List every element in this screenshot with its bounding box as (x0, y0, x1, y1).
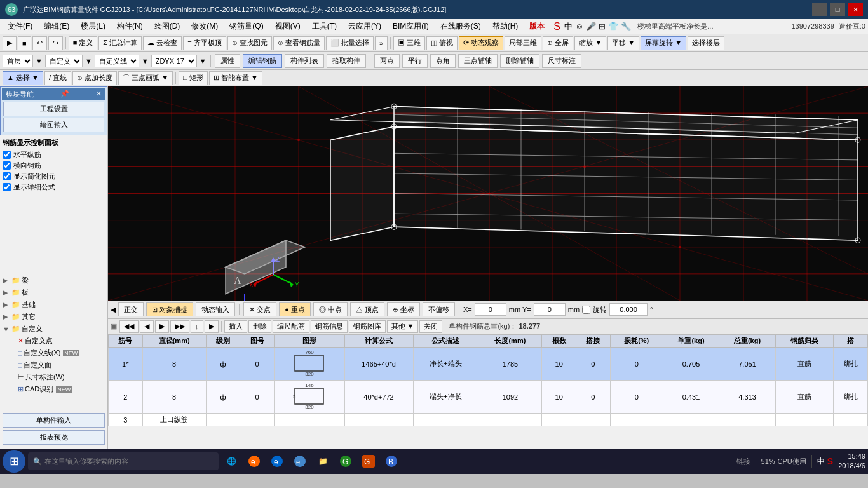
menu-cloud[interactable]: 云应用(Y) (343, 20, 386, 33)
btn-two-points[interactable]: 两点 (374, 54, 400, 68)
btn-vertex[interactable]: △ 顶点 (350, 302, 384, 316)
table-row[interactable]: 2 8 ф 0 146 5 320 (109, 381, 868, 414)
rebar-table-container[interactable]: 筋号 直径(mm) 级别 图号 图形 计算公式 公式描述 长度(mm) 根数 搭… (108, 334, 868, 449)
btn-point-length[interactable]: ⊕ 点加长度 (72, 71, 117, 85)
3d-canvas[interactable]: A (108, 86, 868, 301)
btn-next-rec[interactable]: ▶ (155, 320, 169, 333)
tb-stop[interactable]: ■ (18, 36, 31, 50)
tree-foundation[interactable]: ▶ 📁 基础 (3, 299, 105, 311)
tb-3d[interactable]: ▣ 三维 (393, 36, 425, 50)
menu-edit[interactable]: 编辑(E) (39, 20, 74, 33)
btn-report-preview[interactable]: 报表预览 (3, 430, 105, 445)
taskbar-icon-globe[interactable]: 🌐 (221, 451, 241, 471)
btn-rebar-info[interactable]: 钢筋信息 (311, 320, 348, 333)
btn-component-list[interactable]: 构件列表 (285, 54, 324, 68)
tb-play[interactable]: ▶ (3, 36, 17, 50)
code-select[interactable]: ZDYX-17 (151, 55, 197, 67)
btn-coord[interactable]: ⊕ 坐标 (387, 302, 420, 316)
modpanel-close[interactable]: ✕ (96, 90, 102, 99)
menu-online[interactable]: 在线服务(S) (435, 20, 486, 33)
check-detail-formula[interactable]: 显示详细公式 (3, 182, 105, 192)
tb-pan[interactable]: 平移 ▼ (607, 36, 639, 50)
btn-other[interactable]: 其他 ▼ (387, 320, 419, 333)
taskbar-icon-folder[interactable]: 📁 (313, 451, 333, 471)
btn-first[interactable]: ◀◀ (119, 320, 139, 333)
menu-view[interactable]: 视图(V) (270, 20, 306, 33)
tree-custom-line[interactable]: □ 自定义线(X) NEW (18, 347, 105, 359)
close-button[interactable]: ✕ (848, 3, 863, 16)
tree-other[interactable]: ▶ 📁 其它 (3, 311, 105, 323)
maximize-button[interactable]: □ (830, 3, 845, 16)
check-transverse-input[interactable] (3, 161, 11, 170)
taskbar-icon-browser2[interactable]: e (267, 451, 287, 471)
btn-snap[interactable]: ⊡ 对象捕捉 (146, 302, 193, 316)
btn-close[interactable]: 关闭 (419, 320, 442, 333)
btn-parallel[interactable]: 平行 (402, 54, 428, 68)
menu-floor[interactable]: 楼层(L) (76, 20, 111, 33)
tb-zoom[interactable]: 缩放 ▼ (574, 36, 606, 50)
btn-single-component[interactable]: 单构件输入 (3, 413, 105, 428)
menu-help[interactable]: 帮助(H) (487, 20, 524, 33)
btn-down[interactable]: ↓ (191, 320, 203, 333)
tb-define[interactable]: ■ 定义 (69, 36, 98, 50)
btn-point-angle[interactable]: 点角 (430, 54, 456, 68)
tb-dynamic-obs[interactable]: ⟳ 动态观察 (459, 36, 503, 50)
rotate-check[interactable] (582, 306, 590, 314)
minimize-button[interactable]: ─ (812, 3, 827, 16)
tb-undo[interactable]: ↩ (32, 36, 47, 50)
btn-rect[interactable]: □ 矩形 (179, 71, 208, 85)
tree-custom[interactable]: ▼ 📁 自定义 (3, 323, 105, 335)
taskbar-icon-blue2[interactable]: B (381, 451, 402, 471)
btn-engineering-setup[interactable]: 工程设置 (3, 102, 104, 116)
tb-top-view[interactable]: ◫ 俯视 (426, 36, 458, 50)
tree-cad-recognize[interactable]: ⊞ CAD识别 NEW (18, 383, 105, 395)
btn-play-rec[interactable]: ▶ (205, 320, 219, 333)
menu-modify[interactable]: 修改(M) (186, 20, 223, 33)
btn-drawing-input[interactable]: 绘图输入 (3, 118, 104, 132)
layerline-select[interactable]: 自定义线 (95, 55, 139, 67)
taskbar-icon-dragon[interactable]: G (358, 451, 379, 471)
btn-select[interactable]: ▲ 选择 ▼ (3, 71, 43, 85)
btn-properties[interactable]: 属性 (215, 54, 240, 68)
menu-draw[interactable]: 绘图(D) (149, 20, 186, 33)
btn-rebar-lib[interactable]: 钢筋图库 (349, 320, 386, 333)
check-simple-icon[interactable]: 显示简化图元 (3, 172, 105, 181)
tree-dim-mark[interactable]: ⊢ 尺寸标注(W) (18, 371, 105, 383)
layer-select[interactable]: 自定义 (45, 55, 83, 67)
menu-version[interactable]: 版本 (524, 20, 550, 33)
btn-arc[interactable]: ⌒ 三点画弧 ▼ (118, 71, 173, 85)
version-icon[interactable]: S (553, 21, 560, 32)
btn-del-axis[interactable]: 删除辅轴 (500, 54, 539, 68)
menu-component[interactable]: 构件(N) (112, 20, 148, 33)
x-input[interactable] (475, 303, 506, 316)
tb-calc[interactable]: Σ 汇总计算 (98, 36, 142, 50)
tb-more[interactable]: » (375, 36, 388, 50)
tb-align-top[interactable]: ≡ 齐平板顶 (183, 36, 226, 50)
btn-insert[interactable]: 插入 (224, 320, 247, 333)
tree-custom-point[interactable]: ✕ 自定义点 (18, 335, 105, 347)
table-row[interactable]: 3 上口纵筋 (109, 414, 868, 426)
tree-slab[interactable]: ▶ 📁 板 (3, 287, 105, 299)
tb-fullscreen[interactable]: ⊕ 全屏 (543, 36, 573, 50)
taskbar-icon-green[interactable]: G (336, 451, 356, 471)
check-simple-icon-input[interactable] (3, 172, 11, 180)
rotate-input[interactable] (609, 303, 648, 316)
check-transverse[interactable]: 横向钢筋 (3, 161, 105, 170)
tb-batch-select[interactable]: ⬜ 批量选择 (326, 36, 374, 50)
antivirus-icon[interactable]: S (827, 456, 833, 466)
check-detail-formula-input[interactable] (3, 183, 11, 191)
menu-bim[interactable]: BIM应用(I) (388, 20, 434, 33)
tb-find[interactable]: ⊕ 查找图元 (227, 36, 272, 50)
taskbar-icon-browser3[interactable]: e (290, 451, 310, 471)
btn-center[interactable]: ◎ 中点 (313, 302, 348, 316)
tb-cloud-check[interactable]: ☁ 云检查 (143, 36, 182, 50)
btn-no-offset[interactable]: 不偏移 (423, 302, 455, 316)
y-input[interactable] (534, 303, 566, 316)
btn-edit-rebar[interactable]: 编辑钢筋 (243, 54, 282, 68)
btn-pick-component[interactable]: 拾取构件 (327, 54, 366, 68)
search-box[interactable]: 🔍 在这里输入你要搜索的内容 (28, 452, 219, 470)
table-row[interactable]: 1* 8 ф 0 760 8 320 (109, 348, 868, 381)
modpanel-pin[interactable]: 📌 (60, 90, 69, 99)
check-horizontal[interactable]: 水平纵筋 (3, 150, 105, 159)
menu-quantity[interactable]: 钢筋量(Q) (224, 20, 268, 33)
